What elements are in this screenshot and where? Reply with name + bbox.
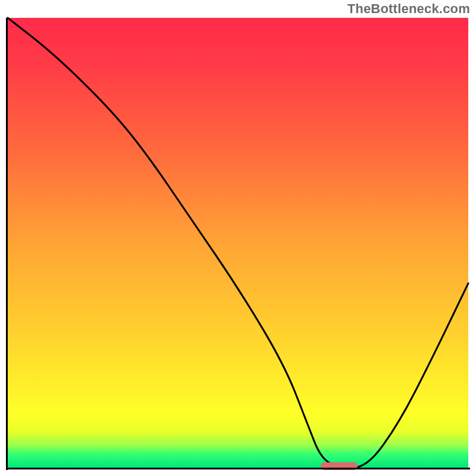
- y-axis: [6, 18, 8, 470]
- x-axis: [6, 468, 470, 469]
- bottleneck-curve: [8, 18, 468, 468]
- chart-container: TheBottleneck.com: [0, 0, 476, 476]
- watermark-text: TheBottleneck.com: [347, 1, 470, 17]
